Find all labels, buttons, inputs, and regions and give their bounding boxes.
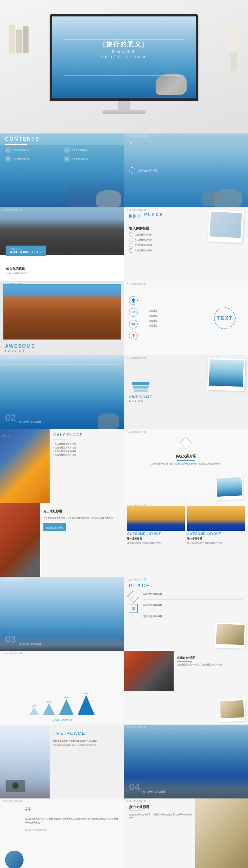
ci-text-03: 点击此处添加标题 — [12, 157, 30, 160]
rock-o2 — [98, 413, 119, 429]
slides-row-4: 点击此处添加标题 02 点击此处添加标题 点击此处添加标题 — [0, 355, 248, 429]
ocean2-num-area: 02 — [5, 413, 16, 423]
road-white-bottom: THIS IS AWESOME TITLE 输入你的标题 点击此处添加内容文字 — [0, 255, 124, 281]
arrow-2 — [133, 214, 137, 219]
text-label: TEXT — [217, 315, 233, 321]
ci-num-01: 01 — [7, 149, 10, 152]
diamond-area — [182, 438, 190, 447]
road-blue-box: THIS IS AWESOME TITLE — [6, 246, 46, 256]
polaroid2 — [207, 358, 246, 391]
pi-item-3: 点击此处添加标题 — [143, 615, 243, 618]
slides-row-5: 点击此处添加标题 PHOTO CALY PLACE 点击此处添加文本内容 点击此… — [0, 429, 248, 503]
sr-num-area: 04 — [129, 781, 140, 793]
contents-item-01: 01 点击此处添加标题 — [5, 147, 63, 153]
slide-awesome-layers: 点击此处添加标题 AWESOME LAYOUT — [124, 355, 248, 429]
contents-item-04: 04 点击此处添加标题 — [64, 156, 121, 162]
ti-sep — [177, 661, 192, 661]
book-3 — [23, 26, 29, 53]
polaroid-img — [210, 211, 242, 238]
pi-diamond-1: ◇ — [127, 590, 140, 603]
arrow-1 — [129, 214, 133, 219]
ocean3-num: 03 — [5, 633, 16, 645]
road-subtitle-area: 输入你的标题 点击此处添加内容文字 — [6, 267, 28, 275]
mail-icon: ✉ — [132, 310, 135, 314]
pi-sep-2 — [143, 611, 243, 611]
road-box-label: THIS IS — [10, 247, 42, 250]
cr-rocks-area — [186, 170, 248, 207]
contents-item-03: 03 点击此处添加标题 — [5, 156, 63, 162]
slide-road-title: 点击此处添加标题 THIS IS AWESOME TITLE 输入你的标题 点击… — [0, 207, 124, 281]
ocean3-text-area: 点击此处添加标题 — [19, 641, 119, 646]
slide-label-7: 点击此处添加标题 — [2, 356, 22, 360]
slides-row-1: 点击此处添加标题 CONTENTS 01 点击此处添加标题 02 点击此处添加标… — [0, 133, 248, 207]
ocean2-num: 02 — [5, 412, 16, 424]
road-box-title: AWESOME TITLE — [10, 250, 42, 254]
cr-text: 点击此处添加标题 — [138, 169, 157, 172]
tc-btn[interactable]: 点击此处添加标题 — [43, 523, 66, 531]
trash-icon: ⊟ — [132, 606, 135, 611]
bar-2: 40% — [43, 701, 55, 715]
slide-quote: 点击此处添加标题 “ 点击此处添加文本内容，此处添加相关内容文字此处添加相关内容… — [0, 799, 124, 868]
caly-title: CALY PLACE — [53, 433, 120, 437]
quote-body: 点击此处添加文本内容，此处添加相关内容文字此处添加相关内容文字此处添加相关内容文… — [25, 817, 119, 825]
place-item-3: 点击此处添加内容 — [129, 243, 202, 247]
slides-row-9: 点击此处添加标题 THE PLACE 此处添加说明文字 此处添加说明文字 输入标… — [0, 724, 248, 799]
ti-photo — [124, 651, 174, 691]
phone-icon: ☎ — [131, 322, 136, 326]
slide-caly-place: 点击此处添加标题 PHOTO CALY PLACE 点击此处添加文本内容 点击此… — [0, 429, 124, 503]
fm-body: 点击此处添加文本内容，此处添加相关内容文字此处添加相关内容文字 — [129, 813, 192, 819]
place-items-list: 点击此处添加内容 点击此处添加内容 点击此处添加内容 点击此处添加内容 — [129, 232, 202, 253]
sc-sep — [53, 737, 65, 737]
slide-double-awesome: 点击此处添加标题 AWESOME LAYOUT 输入你的标题 此处添加相关内容此… — [124, 503, 248, 577]
ci-num-04: 04 — [66, 158, 69, 160]
place-dot-4 — [129, 248, 133, 253]
place-dot-2 — [129, 238, 133, 242]
caly-bullet-4: 点击此处添加文本内容 — [53, 453, 120, 456]
quote-sep — [25, 827, 119, 827]
ti-text: 点击此处标题 点击此处添加文本内容，点击此处添加文本内容 — [177, 656, 244, 666]
dashed-circle: TEXT — [214, 307, 236, 329]
slide-canyon: 点击此处添加标题 AWESOME LAYOUT — [0, 281, 124, 355]
fm-photo — [195, 799, 248, 868]
screen-deco-dots-bottom: - · - · - · - · - — [107, 77, 141, 80]
polaroid2-img — [209, 359, 244, 387]
layer-labels: AWESOME LAYOUT — [129, 395, 153, 402]
it-2: 点击此处 — [149, 314, 157, 317]
pi-photo-inner — [216, 624, 245, 645]
location-icon: 📍 — [131, 334, 136, 338]
bar-1: 20% — [29, 705, 39, 715]
it-3: 点击此处 — [149, 319, 157, 322]
bar-3-label: 60% — [64, 696, 69, 699]
slide-ocean-03: 点击此处添加标题 03 点击此处添加标题 — [0, 577, 124, 651]
slide-contents-right: 点击此处添加标题 01 点击此处添加标题 — [124, 133, 248, 207]
mc-title-label: 点击输入你的标题 — [52, 719, 72, 721]
quote-author: 点击此处添加来源文字 — [25, 829, 119, 832]
caly-text-area: CALY PLACE 点击此处添加文本内容 点击此处添加文本内容 点击此处添加文… — [49, 429, 124, 503]
place-text-4: 点击此处添加内容 — [135, 249, 152, 252]
sc-desc: 此处添加相关内容文字此处添加相关内容文字 — [53, 744, 120, 747]
slide-label-14: 点击此处添加标题 — [127, 578, 146, 581]
sr-text: 点击此处添加标题 — [143, 790, 165, 794]
ci-num-02: 02 — [66, 149, 69, 152]
ti-polaroid-img — [220, 700, 244, 718]
mtn-1 — [29, 708, 39, 715]
sc-photo-area — [0, 724, 49, 799]
bar-1-label: 20% — [32, 705, 36, 707]
pi-photo — [215, 623, 246, 648]
screen-title-area: [旅行的意义] 杂志风模板 PHOTO ALBUM — [101, 40, 147, 59]
trad-heading: 传统文案介绍 — [129, 454, 243, 459]
trad-polaroid — [216, 476, 243, 500]
trad-photo — [216, 477, 242, 497]
sr-num: 04 — [129, 781, 140, 793]
contents-heading: CONTENTS — [5, 136, 40, 142]
bar-2-label: 40% — [47, 701, 51, 703]
it-4: 点击此处 — [149, 324, 157, 327]
dc-desc-1: 此处添加相关内容此处添加相关内容 — [127, 541, 185, 545]
mtn-2 — [43, 704, 55, 715]
dc-title-2: AWESOME LAYOUT — [187, 532, 245, 535]
layer-stack-area: AWESOME LAYOUT — [129, 382, 153, 402]
ti-photo-inner — [124, 651, 174, 691]
book-2 — [16, 30, 22, 53]
slides-row-6: 点击此处添加标题 点击此处标题 点击此处添加文本内容，点击此处添加文本内容，点击… — [0, 503, 248, 577]
tc-photo — [0, 503, 40, 577]
